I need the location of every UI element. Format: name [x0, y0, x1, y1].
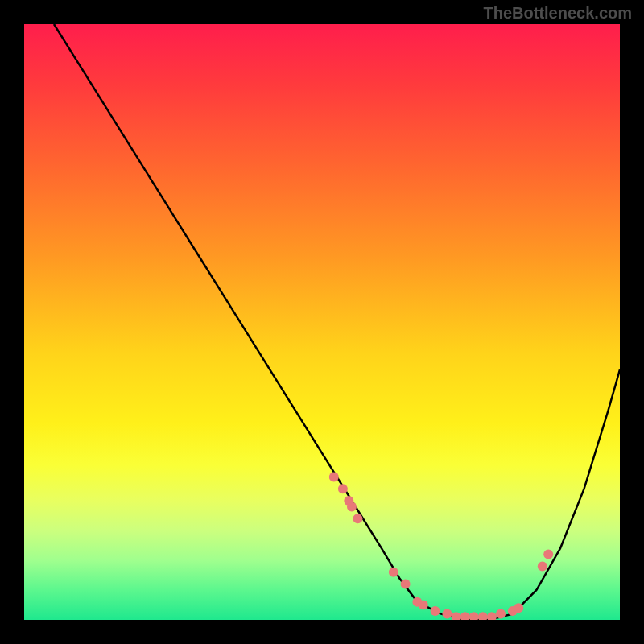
data-point	[389, 568, 398, 577]
data-point	[347, 502, 357, 511]
data-point	[496, 609, 506, 619]
data-point	[543, 550, 553, 559]
data-point	[401, 580, 411, 589]
data-point	[338, 484, 348, 493]
scatter-layer	[329, 472, 553, 620]
data-point	[514, 603, 523, 613]
data-point	[419, 601, 428, 610]
chart-svg	[24, 24, 620, 620]
data-point	[442, 609, 452, 619]
data-point	[452, 612, 461, 620]
chart-container: TheBottleneck.com	[0, 0, 644, 644]
data-point	[329, 472, 339, 481]
curve-layer	[54, 24, 620, 620]
data-point	[538, 561, 547, 571]
data-point	[353, 514, 362, 523]
data-point	[460, 612, 470, 620]
plot-area	[24, 24, 620, 620]
data-point	[478, 612, 488, 620]
bottleneck-curve	[54, 24, 620, 620]
data-point	[431, 606, 440, 616]
data-point	[487, 612, 497, 620]
data-point	[469, 612, 479, 620]
watermark-text: TheBottleneck.com	[484, 4, 632, 23]
